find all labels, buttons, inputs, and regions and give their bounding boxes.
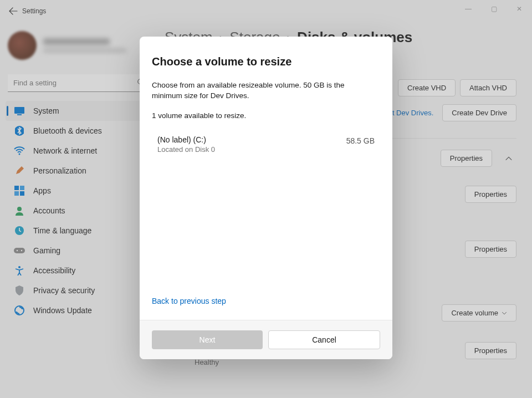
volume-option-size: 58.5 GB — [346, 135, 375, 145]
volume-option[interactable]: (No label) (C:) Located on Disk 0 58.5 G… — [152, 131, 380, 158]
next-button[interactable]: Next — [152, 330, 263, 349]
back-to-previous-link[interactable]: Back to previous step — [152, 293, 380, 313]
dialog-footer: Next Cancel — [140, 320, 392, 359]
volume-option-label: (No label) (C:) — [157, 135, 215, 144]
dialog-description: Choose from an available resizeable volu… — [152, 80, 368, 101]
dialog-title: Choose a volume to resize — [152, 55, 380, 68]
dialog-volume-count: 1 volume available to resize. — [152, 111, 380, 120]
volume-option-location: Located on Disk 0 — [157, 145, 215, 154]
resize-volume-dialog: Choose a volume to resize Choose from an… — [140, 37, 392, 359]
cancel-button[interactable]: Cancel — [268, 330, 380, 349]
